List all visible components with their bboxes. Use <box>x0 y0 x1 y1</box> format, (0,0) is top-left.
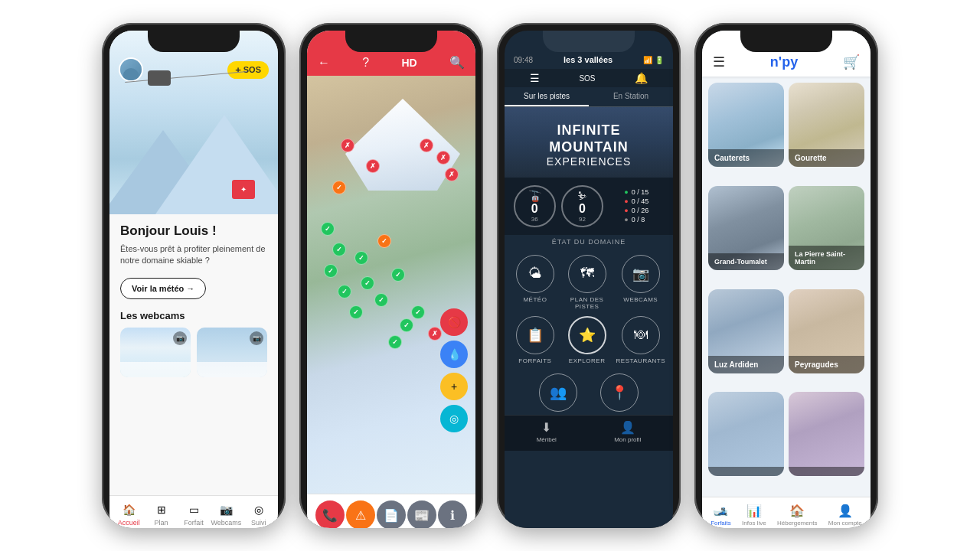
news-button[interactable]: 📰 <box>407 500 436 528</box>
restaurants-label: RESTAURANTS <box>616 357 665 364</box>
phone4-navbar: 🎿 Forfaits 📊 Infos live 🏠 Hébergements 👤… <box>702 497 871 528</box>
search-icon[interactable]: 🔍 <box>449 55 465 70</box>
fab-cancel[interactable]: 🚫 <box>440 308 468 336</box>
fab-buttons: 🚫 💧 + ◎ <box>440 308 468 432</box>
marker-green-4[interactable]: ✓ <box>338 285 351 298</box>
p4-nav-infos[interactable]: 📊 Infos live <box>742 504 766 527</box>
marker-green-12[interactable]: ✓ <box>388 335 402 349</box>
menu-meteo[interactable]: 🌤 MÉTÉO <box>512 255 558 310</box>
plan-pistes-label: PLAN DES PISTES <box>564 296 610 310</box>
p4-cart-icon[interactable]: 🛒 <box>843 54 860 70</box>
marker-orange-2[interactable]: ✓ <box>377 234 391 248</box>
marker-red-4[interactable]: ✗ <box>436 151 450 165</box>
fab-water[interactable]: 💧 <box>440 341 468 368</box>
p4-nav-hebergements[interactable]: 🏠 Hébergements <box>777 504 817 527</box>
menu-explorer[interactable]: ⭐ EXPLORER <box>564 316 610 364</box>
peyragudes-label: Peyragudes <box>789 356 864 373</box>
bell-icon[interactable]: 🔔 <box>635 72 648 84</box>
phone1-notch <box>148 31 240 52</box>
sos-icon-p3[interactable]: SOS <box>579 74 595 83</box>
p4-nav-forfaits[interactable]: 🎿 Forfaits <box>710 504 731 527</box>
nav-item-webcams[interactable]: 📷 Webcams <box>210 502 242 527</box>
marker-green-3[interactable]: ✓ <box>324 264 338 278</box>
phone1-navbar: 🏠 Accueil ⊞ Plan ▭ Forfait 📷 Webcams <box>109 495 278 528</box>
p4-menu-icon[interactable]: ☰ <box>713 54 725 70</box>
phone3-notch <box>543 31 635 52</box>
marker-red-2[interactable]: ✗ <box>366 159 380 173</box>
info-button[interactable]: ℹ <box>438 500 467 528</box>
phone3-tabs: Sur les pistes En Station <box>505 87 673 107</box>
bottom-circle-1[interactable]: 👥 <box>539 373 577 412</box>
nav-item-accueil[interactable]: 🏠 Accueil <box>113 502 145 527</box>
ski-num: 0 <box>579 202 586 216</box>
phone3-hero: INFINITE MOUNTAIN EXPERIENCES <box>505 107 673 178</box>
forfaits-icon: 📋 <box>527 327 544 344</box>
card-cauterets[interactable]: Cauterets <box>708 83 784 167</box>
status-text-2: 0 / 26 <box>632 207 649 214</box>
menu-restaurants[interactable]: 🍽 RESTAURANTS <box>616 316 665 364</box>
status-text-1: 0 / 45 <box>632 197 649 205</box>
marker-red-3[interactable]: ✗ <box>420 139 433 152</box>
tab-station[interactable]: En Station <box>589 87 673 106</box>
fab-extra[interactable]: ◎ <box>440 405 468 432</box>
marker-green-1[interactable]: ✓ <box>321 222 335 236</box>
status-row-2: ● 0 / 26 <box>624 207 648 214</box>
fab-add[interactable]: + <box>440 373 468 400</box>
warning-button[interactable]: ⚠ <box>346 500 375 528</box>
phone3-brand: les 3 vallées <box>564 55 612 64</box>
sos-button[interactable]: 📞 <box>315 500 345 528</box>
bottom-circle-2[interactable]: 📍 <box>600 373 639 412</box>
nav-item-suivi[interactable]: ◎ Suivi <box>243 502 275 527</box>
menu-forfaits[interactable]: 📋 FORFAITS <box>512 316 558 364</box>
p4-infos-icon: 📊 <box>746 504 762 518</box>
phone4-grid: Cauterets Gourette Grand-Toumalet La Pie… <box>702 77 871 497</box>
marker-red-1[interactable]: ✗ <box>341 139 354 152</box>
menu-icon[interactable]: ☰ <box>530 72 540 84</box>
marker-red-5[interactable]: ✗ <box>445 168 459 181</box>
marker-green-5[interactable]: ✓ <box>354 251 368 265</box>
marker-green-6[interactable]: ✓ <box>361 276 374 290</box>
menu-plan-pistes[interactable]: 🗺 PLAN DES PISTES <box>564 255 610 310</box>
nav-meribel[interactable]: ⬇ Méribel <box>537 420 557 443</box>
nav-item-plan[interactable]: ⊞ Plan <box>145 502 177 527</box>
meteo-label: MÉTÉO <box>523 296 547 303</box>
p4-hebergements-icon: 🏠 <box>789 504 805 518</box>
plan-icon: ⊞ <box>154 502 169 517</box>
webcam-thumb-1[interactable]: 📷 <box>120 328 191 377</box>
card-luz-ardiden[interactable]: Luz Ardiden <box>708 289 784 373</box>
nav-item-forfait[interactable]: ▭ Forfait <box>178 502 210 527</box>
marker-green-8[interactable]: ✓ <box>374 293 388 307</box>
card-gourette[interactable]: Gourette <box>789 83 864 167</box>
explorer-icon: ⭐ <box>579 327 596 344</box>
card-pierre-saint-martin[interactable]: La Pierre Saint-Martin <box>789 186 864 270</box>
tab-pistes[interactable]: Sur les pistes <box>505 87 589 106</box>
nav-profil[interactable]: 👤 Mon profil <box>614 420 641 443</box>
marker-green-2[interactable]: ✓ <box>332 243 346 256</box>
marker-orange-1[interactable]: ✓ <box>332 181 346 194</box>
dot-black-3: ● <box>624 216 628 223</box>
p4-nav-compte[interactable]: 👤 Mon compte <box>828 504 862 527</box>
marker-green-9[interactable]: ✓ <box>391 268 405 282</box>
marker-green-7[interactable]: ✓ <box>349 305 363 319</box>
marker-green-11[interactable]: ✓ <box>411 305 425 319</box>
help-icon[interactable]: ? <box>362 56 369 70</box>
group-icon: 👥 <box>550 384 567 401</box>
phone3-status-icons: 📶 🔋 <box>643 56 664 64</box>
gourette-label: Gourette <box>789 149 864 167</box>
hero-title-1: INFINITE <box>514 122 664 139</box>
back-icon[interactable]: ← <box>318 56 330 70</box>
marker-green-10[interactable]: ✓ <box>400 318 413 332</box>
p4-logo: n'py <box>770 54 798 70</box>
card-extra-2[interactable] <box>789 392 864 476</box>
topbar-title: HD <box>401 57 416 69</box>
phone2-map[interactable]: ✗ ✗ ✗ ✗ ✗ ✓ ✓ ✓ ✓ ✓ ✓ ✓ ✓ ✓ ✓ <box>307 76 475 494</box>
menu-webcams[interactable]: 📷 WEBCAMS <box>616 255 665 310</box>
sos-badge[interactable]: SOS <box>227 61 269 79</box>
gondola-icon: 🚡 <box>528 190 541 202</box>
card-peyragudes[interactable]: Peyragudes <box>789 289 864 373</box>
weather-button[interactable]: Voir la météo → <box>120 278 206 299</box>
webcam-thumb-2[interactable]: 📷 <box>197 328 267 377</box>
card-grand-tourmalet[interactable]: Grand-Toumalet <box>708 186 784 270</box>
card-extra-1[interactable] <box>708 392 784 476</box>
doc-button[interactable]: 📄 <box>377 500 406 528</box>
